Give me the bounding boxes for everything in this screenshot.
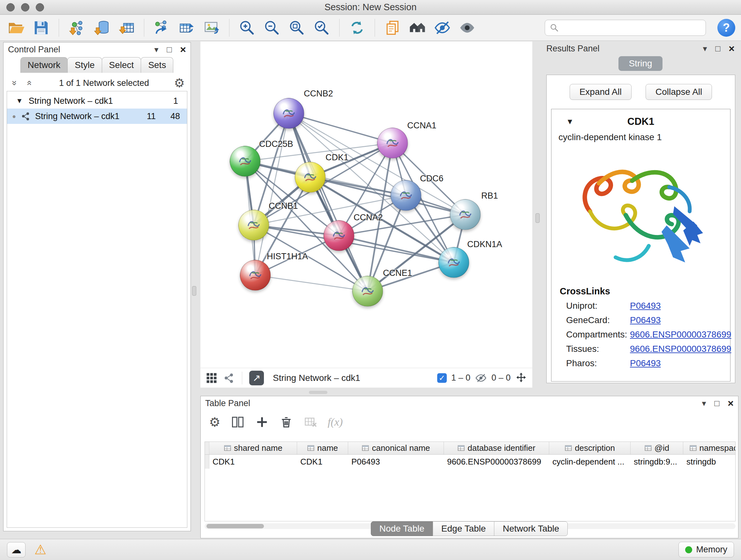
- birds-eye-view-button[interactable]: ↗: [249, 371, 264, 385]
- network-edge[interactable]: [289, 113, 393, 143]
- tab-network[interactable]: Network: [20, 57, 68, 73]
- window-zoom-button[interactable]: [36, 3, 44, 11]
- horizontal-splitter-grip[interactable]: [309, 391, 327, 394]
- network-edge[interactable]: [289, 113, 367, 291]
- panel-collapse-icon[interactable]: ▾: [154, 45, 158, 54]
- column-header[interactable]: namespac: [683, 442, 736, 454]
- network-node-CCNE1[interactable]: [352, 276, 383, 307]
- network-node-CCNB2[interactable]: [273, 98, 304, 129]
- search-input[interactable]: [562, 23, 701, 33]
- panel-float-icon[interactable]: □: [167, 45, 172, 54]
- panel-float-icon[interactable]: □: [715, 399, 720, 408]
- zoom-out-button[interactable]: [261, 17, 282, 38]
- table-data-row[interactable]: CDK1CDK1P064939606.ENSP00000378699cyclin…: [205, 455, 735, 469]
- network-node-CDC6[interactable]: [391, 180, 421, 211]
- tab-select[interactable]: Select: [102, 57, 141, 73]
- results-tab-string[interactable]: String: [618, 56, 662, 71]
- export-table-button[interactable]: [176, 17, 197, 38]
- network-overview-icon[interactable]: [223, 372, 235, 384]
- network-node-RB1[interactable]: [450, 199, 481, 230]
- export-image-button[interactable]: [201, 17, 222, 38]
- network-row-selected[interactable]: ● String Network – cdk1 11 48: [7, 109, 187, 124]
- left-splitter-handle[interactable]: [192, 286, 196, 296]
- crosslink-link[interactable]: 9606.ENSP00000378699: [630, 344, 731, 354]
- column-header[interactable]: @id: [630, 442, 683, 454]
- tab-network-table[interactable]: Network Table: [494, 521, 568, 536]
- panel-float-icon[interactable]: □: [716, 44, 721, 53]
- window-minimize-button[interactable]: [21, 3, 29, 11]
- crosslink-link[interactable]: P06493: [630, 301, 661, 311]
- hidden-items-eye-slash-icon[interactable]: [475, 372, 487, 384]
- export-network-button[interactable]: [151, 17, 172, 38]
- refresh-layout-button[interactable]: [347, 17, 367, 38]
- help-button[interactable]: ?: [718, 19, 735, 37]
- fit-content-move-icon[interactable]: [515, 372, 527, 384]
- right-splitter-handle[interactable]: [536, 213, 540, 223]
- network-node-CDC25B[interactable]: [230, 146, 260, 177]
- table-cell[interactable]: cyclin-dependent ...: [549, 457, 630, 467]
- tab-node-table[interactable]: Node Table: [371, 521, 433, 536]
- grid-view-icon[interactable]: [205, 372, 218, 384]
- panel-close-icon[interactable]: ×: [729, 44, 735, 54]
- column-header[interactable]: shared name: [209, 442, 297, 454]
- table-cell[interactable]: CDK1: [297, 457, 348, 467]
- table-settings-gear-icon[interactable]: ⚙: [209, 415, 220, 429]
- show-graphics-details-button[interactable]: [457, 17, 478, 38]
- collapse-all-button[interactable]: Collapse All: [646, 84, 712, 100]
- home-views-button[interactable]: [407, 17, 428, 38]
- network-node-CDK1[interactable]: [295, 162, 326, 192]
- table-cell[interactable]: 9606.ENSP00000378699: [444, 457, 549, 467]
- import-network-database-button[interactable]: [91, 17, 112, 38]
- crosslink-link[interactable]: 9606.ENSP00000378699: [630, 329, 731, 340]
- selected-items-checkbox[interactable]: ✓: [437, 373, 447, 383]
- crosslink-link[interactable]: P06493: [630, 315, 661, 325]
- network-collection-row[interactable]: ▼ String Network – cdk1 1: [7, 93, 187, 109]
- network-edge[interactable]: [255, 275, 367, 291]
- panel-close-icon[interactable]: ×: [728, 398, 734, 408]
- tab-edge-table[interactable]: Edge Table: [433, 521, 495, 536]
- memory-button[interactable]: Memory: [678, 542, 734, 557]
- network-node-HIST1H1A[interactable]: [240, 260, 271, 291]
- card-header[interactable]: ▼ CDK1: [551, 114, 730, 129]
- network-edge[interactable]: [255, 113, 289, 275]
- delete-column-icon[interactable]: [279, 415, 293, 429]
- collection-expand-icon[interactable]: ▼: [16, 97, 23, 105]
- tab-style[interactable]: Style: [67, 57, 102, 73]
- table-cell[interactable]: P06493: [348, 457, 444, 467]
- import-network-file-button[interactable]: [66, 17, 87, 38]
- network-options-gear-icon[interactable]: ⚙: [174, 76, 185, 90]
- add-column-icon[interactable]: [255, 415, 269, 429]
- table-cell[interactable]: CDK1: [209, 457, 297, 467]
- expand-all-networks-icon[interactable]: »: [10, 78, 20, 88]
- network-node-CCNA2[interactable]: [324, 220, 354, 251]
- table-cell[interactable]: stringdb: [683, 457, 736, 467]
- zoom-fit-button[interactable]: [286, 17, 307, 38]
- panel-collapse-icon[interactable]: ▾: [702, 399, 706, 408]
- collapse-all-networks-icon[interactable]: »: [23, 78, 34, 88]
- column-header[interactable]: database identifier: [444, 442, 549, 454]
- crosslink-link[interactable]: P06493: [630, 358, 661, 368]
- column-header[interactable]: canonical name: [348, 442, 444, 454]
- import-table-file-button[interactable]: [116, 17, 137, 38]
- show-columns-icon[interactable]: [231, 415, 245, 429]
- network-node-CDKN1A[interactable]: [439, 247, 469, 278]
- panel-close-icon[interactable]: ×: [180, 44, 186, 55]
- clone-network-button[interactable]: [382, 17, 403, 38]
- panel-collapse-icon[interactable]: ▾: [703, 44, 707, 53]
- zoom-selected-button[interactable]: [311, 17, 332, 38]
- network-view-canvas[interactable]: CCNB2CCNA1CDC25BCDK1CDC6RB1CCNB1CCNA2CDK…: [200, 42, 532, 368]
- hide-selected-button[interactable]: [432, 17, 453, 38]
- column-header[interactable]: description: [549, 442, 630, 454]
- window-close-button[interactable]: [6, 3, 15, 11]
- column-header[interactable]: name: [297, 442, 348, 454]
- network-node-CCNA1[interactable]: [377, 128, 408, 159]
- card-collapse-icon[interactable]: ▼: [566, 117, 574, 126]
- table-cell[interactable]: stringdb:9...: [630, 457, 683, 467]
- network-node-CCNB1[interactable]: [239, 210, 269, 240]
- open-session-button[interactable]: [6, 17, 27, 38]
- cloud-status-button[interactable]: ☁: [7, 542, 25, 557]
- tab-sets[interactable]: Sets: [141, 57, 173, 73]
- zoom-in-button[interactable]: [237, 17, 258, 38]
- save-session-button[interactable]: [30, 17, 52, 38]
- expand-all-button[interactable]: Expand All: [569, 84, 631, 100]
